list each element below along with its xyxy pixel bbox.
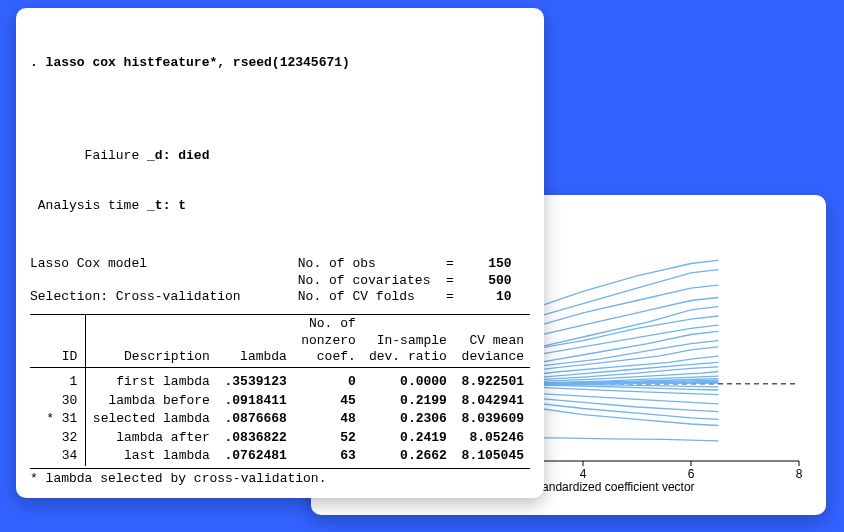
failure-line: Failure _d: died <box>30 148 530 165</box>
command-line: . lasso cox histfeature*, rseed(12345671… <box>30 55 530 72</box>
stata-output-panel: . lasso cox histfeature*, rseed(12345671… <box>16 8 544 498</box>
stat-cov: No. of covariates = 500 <box>298 273 512 290</box>
model-title: Lasso Cox model <box>30 256 290 273</box>
table-row: * 31selected lambda.0876668480.23068.039… <box>30 410 530 429</box>
table-row: 1first lambda.353912300.00008.922501 <box>30 367 530 391</box>
svg-text:8: 8 <box>796 467 803 481</box>
lambda-table: ID Description lambda No. ofnonzerocoef.… <box>30 314 530 466</box>
table-footnote: * lambda selected by cross-validation. <box>30 471 530 488</box>
table-row: 30lambda before.0918411450.21998.042941 <box>30 392 530 411</box>
svg-text:4: 4 <box>580 467 587 481</box>
selection-label: Selection: Cross-validation <box>30 289 290 306</box>
svg-text:6: 6 <box>688 467 695 481</box>
stat-folds: No. of CV folds = 10 <box>298 289 512 306</box>
table-row: 32lambda after.0836822520.24198.05246 <box>30 429 530 448</box>
table-row: 34last lambda.0762481630.26628.105045 <box>30 447 530 466</box>
stat-obs: No. of obs = 150 <box>298 256 512 273</box>
time-line: Analysis time _t: t <box>30 198 530 215</box>
